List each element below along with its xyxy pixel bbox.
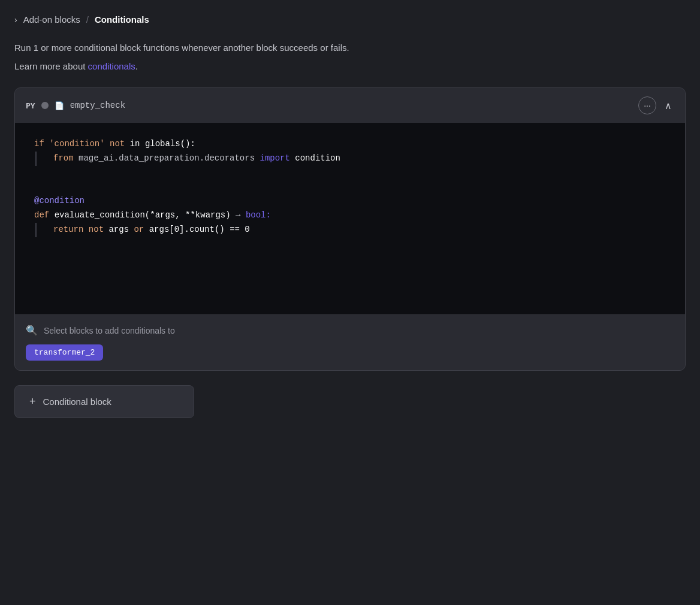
keyword-not: not (110, 137, 125, 152)
blank-line-2 (34, 180, 666, 194)
code-line-decorator: @condition (34, 194, 666, 208)
block-lang: PY (26, 101, 35, 110)
blank-line-1 (34, 166, 666, 180)
breadcrumb-current: Conditionals (95, 14, 149, 25)
block-collapse-button[interactable]: ∧ (662, 98, 674, 114)
learn-more-prefix: Learn more about (14, 61, 88, 71)
keyword-not-2: not (89, 223, 104, 237)
block-actions: ··· ∧ (638, 96, 674, 114)
search-label[interactable]: Select blocks to add conditionals to (44, 326, 175, 335)
code-line-def: def evaluate_condition(*args, **kwargs) … (34, 208, 666, 223)
keyword-or: or (134, 223, 144, 237)
return-type: bool: (246, 208, 271, 223)
breadcrumb-chevron-icon: › (14, 15, 17, 25)
code-line-return: return not args or args[0].count() == 0 (35, 223, 666, 237)
add-button-label: Conditional block (43, 397, 111, 407)
selected-blocks-list: transformer_2 (26, 344, 674, 361)
block-name: empty_check (70, 101, 632, 110)
code-condition: condition (295, 152, 340, 166)
decorator-condition: @condition (34, 194, 85, 208)
keyword-from: from (53, 152, 74, 166)
chevron-up-icon: ∧ (665, 101, 672, 111)
keyword-if: if (34, 137, 44, 152)
equals-sign: == (230, 223, 240, 237)
description-text: Run 1 or more conditional block function… (14, 41, 686, 55)
code-text: in globals(): (130, 137, 195, 152)
string-condition: 'condition' (49, 137, 104, 152)
code-count: args[0].count() (149, 223, 225, 237)
learn-more-suffix: . (135, 61, 138, 71)
code-args: args (108, 223, 129, 237)
learn-more-text: Learn more about conditionals. (14, 60, 686, 74)
code-editor[interactable]: if 'condition' not in globals(): from ma… (15, 123, 685, 314)
module-name: mage_ai.data_preparation.decorators (79, 152, 255, 166)
add-conditional-block-button[interactable]: + Conditional block (14, 385, 194, 418)
search-icon: 🔍 (26, 325, 38, 336)
zero-value: 0 (245, 223, 249, 237)
keyword-def: def (34, 208, 49, 223)
block-header: PY 📄 empty_check ··· ∧ (15, 88, 685, 123)
code-line-2: from mage_ai.data_preparation.decorators… (35, 152, 666, 166)
search-row: 🔍 Select blocks to add conditionals to (26, 325, 674, 336)
block-menu-button[interactable]: ··· (638, 96, 656, 114)
conditionals-link[interactable]: conditionals (88, 61, 135, 71)
arrow-symbol: → (236, 208, 240, 223)
code-block: PY 📄 empty_check ··· ∧ if 'condition' no… (14, 87, 686, 371)
function-name: evaluate_condition(*args, **kwargs) (55, 208, 231, 223)
plus-icon: + (29, 395, 36, 408)
keyword-return: return (53, 223, 83, 237)
breadcrumb-separator: / (86, 14, 89, 25)
menu-dots-icon: ··· (644, 101, 651, 110)
selected-block-tag[interactable]: transformer_2 (26, 344, 103, 361)
breadcrumb: › Add-on blocks / Conditionals (14, 14, 686, 25)
block-status-dot (41, 102, 49, 109)
block-footer: 🔍 Select blocks to add conditionals to t… (15, 314, 685, 370)
code-line-1: if 'condition' not in globals(): (34, 137, 666, 152)
breadcrumb-link[interactable]: Add-on blocks (23, 14, 80, 25)
file-icon: 📄 (55, 101, 64, 110)
keyword-import: import (260, 152, 289, 166)
